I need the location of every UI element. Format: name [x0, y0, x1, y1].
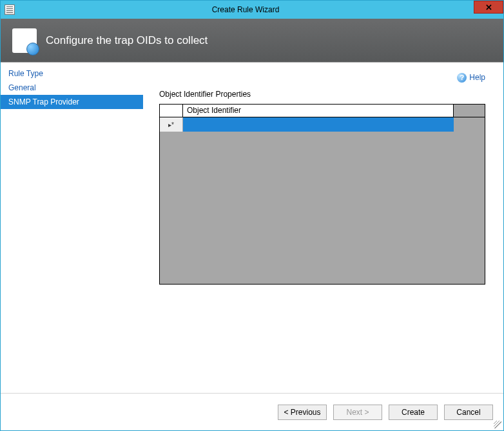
window-title: Create Rule Wizard [20, 5, 503, 14]
wizard-window: Create Rule Wizard ✕ Configure the trap … [0, 0, 504, 431]
create-button[interactable]: Create [389, 405, 438, 420]
grid-header-spacer [454, 105, 485, 117]
resize-grip-icon[interactable] [494, 421, 501, 428]
grid-header-row: Object Identifier [160, 105, 485, 117]
titlebar: Create Rule Wizard ✕ [1, 1, 503, 19]
sidebar-item-rule-type[interactable]: Rule Type [1, 66, 143, 81]
oid-grid[interactable]: Object Identifier ▸* [159, 104, 485, 285]
sidebar-item-snmp-trap-provider[interactable]: SNMP Trap Provider [1, 95, 143, 109]
grid-new-row[interactable]: ▸* [160, 117, 485, 132]
wizard-body: Rule Type General SNMP Trap Provider ? H… [1, 63, 503, 393]
wizard-banner-title: Configure the trap OIDs to collect [46, 34, 208, 47]
system-menu-icon[interactable] [5, 5, 15, 15]
previous-button[interactable]: < Previous [278, 405, 327, 420]
close-button[interactable]: ✕ [474, 1, 503, 14]
oid-properties-label: Object Identifier Properties [159, 90, 485, 99]
grid-oid-cell[interactable] [183, 117, 454, 132]
grid-row-selector-header [160, 105, 183, 117]
help-label: Help [469, 73, 485, 82]
wizard-banner-icon [12, 28, 37, 53]
wizard-footer: < Previous Next > Create Cancel [1, 393, 503, 430]
close-icon: ✕ [485, 3, 492, 12]
wizard-banner: Configure the trap OIDs to collect [1, 19, 503, 63]
wizard-content: ? Help Object Identifier Properties Obje… [144, 63, 503, 393]
grid-empty-area [160, 132, 485, 284]
grid-row-spacer [454, 117, 485, 132]
sidebar-item-general[interactable]: General [1, 81, 143, 95]
grid-column-header-oid[interactable]: Object Identifier [183, 105, 454, 117]
cancel-button[interactable]: Cancel [444, 405, 493, 420]
help-link[interactable]: ? Help [457, 73, 485, 83]
content-spacer [159, 285, 485, 389]
help-row: ? Help [159, 70, 485, 85]
wizard-steps-sidebar: Rule Type General SNMP Trap Provider [1, 63, 144, 393]
grid-row-marker: ▸* [160, 117, 183, 132]
next-button[interactable]: Next > [333, 405, 382, 420]
help-icon: ? [457, 73, 467, 83]
